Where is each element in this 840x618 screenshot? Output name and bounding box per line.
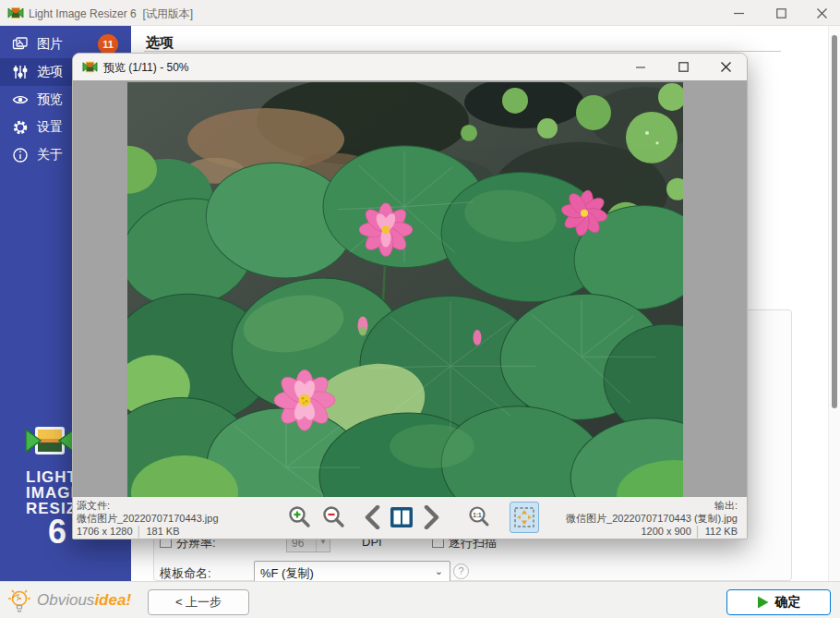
image-count-badge: 11 [98, 34, 118, 55]
gear-icon [11, 119, 29, 137]
help-icon[interactable]: ? [453, 563, 469, 579]
brand-text-orange: idea! [94, 591, 131, 609]
sidebar-item-label: 选项 [37, 64, 63, 80]
source-dimensions: 1706 x 1280 [77, 526, 133, 537]
actual-size-button[interactable]: 1:1 [464, 502, 494, 533]
app-icon [7, 5, 24, 25]
ok-button[interactable]: 确定 [726, 589, 831, 615]
preview-statusbar: 源文件: 微信图片_20220707170443.jpg 1706 x 1280… [73, 497, 747, 539]
minimize-button[interactable] [720, 0, 757, 26]
preview-canvas [73, 80, 747, 497]
sidebar-item-label: 关于 [37, 147, 63, 164]
zoom-in-button[interactable] [284, 502, 314, 533]
preview-maximize-button[interactable] [664, 54, 702, 80]
window-title: Light Image Resizer 6 [试用版本] [29, 6, 193, 22]
preview-close-button[interactable] [706, 54, 745, 80]
one-to-one-label: 1:1 [473, 512, 482, 518]
template-label: 模板命名: [160, 565, 211, 582]
sidebar-item-label: 设置 [37, 119, 63, 136]
output-filename: 微信图片_20220707170443 (复制).jpg [566, 512, 738, 525]
eye-icon [11, 91, 29, 109]
footer-bar: Obviousidea! < 上一步 确定 [0, 581, 840, 618]
info-icon [11, 147, 29, 164]
preview-dialog-icon [82, 59, 98, 79]
obviousidea-brand: Obviousidea! [6, 587, 131, 614]
source-filename: 微信图片_20220707170443.jpg [77, 512, 219, 525]
scrollbar-track[interactable] [828, 26, 840, 581]
fit-to-window-button[interactable] [510, 502, 539, 533]
scrollbar-thumb[interactable] [832, 35, 837, 408]
output-dimensions: 1200 x 900 [641, 526, 690, 537]
title-bar: Light Image Resizer 6 [试用版本] [0, 0, 840, 26]
output-filesize: 112 KB [705, 526, 738, 537]
close-button[interactable] [803, 0, 840, 26]
divider: │ [691, 526, 705, 537]
lightbulb-icon [6, 587, 33, 614]
output-info: 输出: 微信图片_20220707170443 (复制).jpg 1200 x … [566, 499, 738, 538]
template-select[interactable]: %F (复制) ⌄ [254, 561, 450, 583]
sliders-icon [11, 64, 29, 81]
source-label: 源文件: [77, 499, 219, 512]
divider: │ [133, 526, 147, 537]
page-title: 选项 [146, 34, 174, 52]
preview-minimize-button[interactable] [621, 54, 660, 80]
back-button[interactable]: < 上一步 [148, 589, 249, 615]
source-info: 源文件: 微信图片_20220707170443.jpg 1706 x 1280… [77, 499, 219, 538]
lotus-flower-center [359, 203, 413, 257]
source-filesize: 181 KB [146, 526, 179, 537]
lotus-flower-bottom [274, 370, 335, 430]
sidebar-item-label: 预览 [37, 91, 63, 108]
next-image-button[interactable] [417, 502, 447, 533]
zoom-out-button[interactable] [318, 502, 348, 533]
ok-button-label: 确定 [775, 594, 801, 611]
maximize-button[interactable] [762, 0, 799, 26]
split-view-button[interactable] [387, 502, 416, 533]
play-icon [757, 596, 769, 609]
lotus-photo [127, 82, 683, 497]
photos-icon [11, 36, 29, 54]
chevron-down-icon: ⌄ [435, 565, 443, 577]
app-window: Light Image Resizer 6 [试用版本] 选项 分辨率: 96 … [0, 0, 840, 618]
header-separator [144, 51, 781, 52]
preview-dialog-title: 预览 (1/11) - 50% [103, 60, 188, 76]
preview-dialog: 预览 (1/11) - 50% [72, 53, 748, 539]
previous-image-button[interactable] [357, 502, 387, 533]
sidebar-item-label: 图片 [37, 36, 63, 53]
template-value: %F (复制) [260, 565, 314, 582]
preview-dialog-titlebar: 预览 (1/11) - 50% [73, 54, 747, 80]
brand-text-gray: Obvious [37, 591, 94, 609]
output-label: 输出: [566, 499, 738, 512]
